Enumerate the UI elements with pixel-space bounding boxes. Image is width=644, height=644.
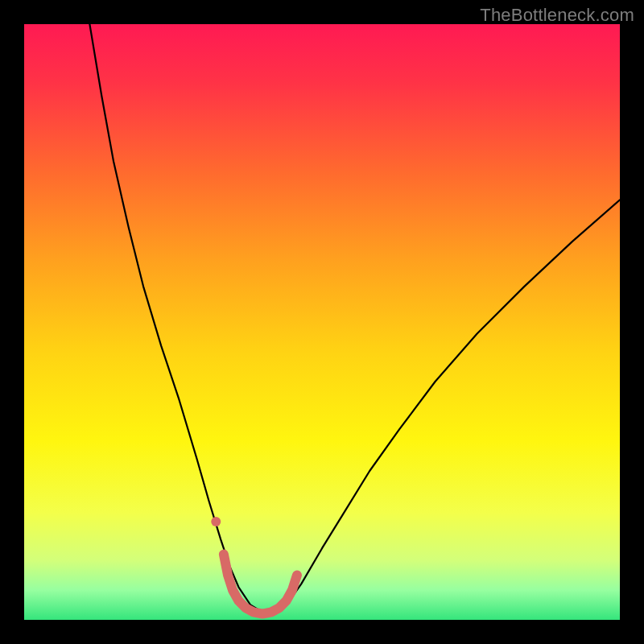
chart-frame: TheBottleneck.com [0, 0, 644, 644]
chart-svg [24, 24, 620, 620]
bottleneck-chart [24, 24, 620, 620]
series-highlight-dot-point [211, 517, 221, 526]
chart-background [24, 24, 620, 620]
watermark-text: TheBottleneck.com [480, 5, 634, 26]
